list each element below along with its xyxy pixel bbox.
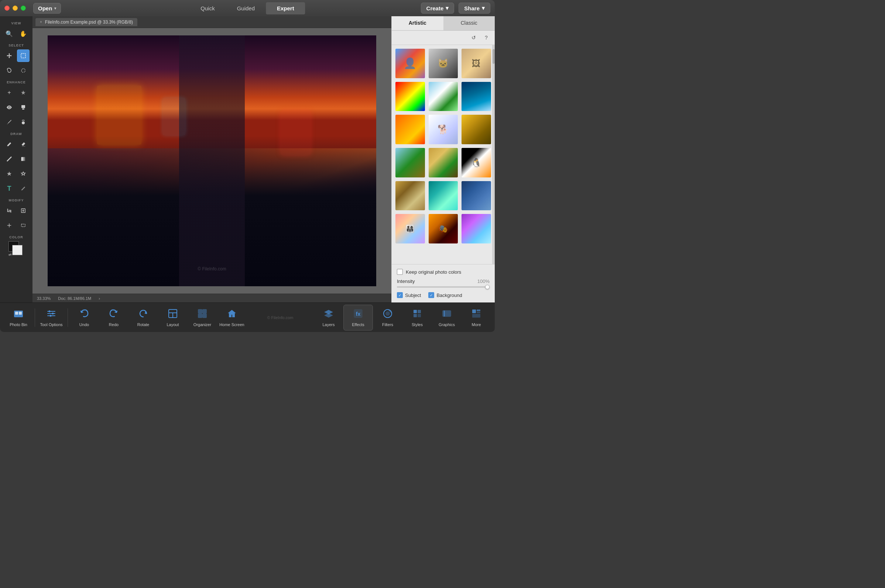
organizer-tool[interactable]: Organizer xyxy=(188,305,217,330)
move-tool[interactable] xyxy=(3,50,15,62)
right-panel: Artistic Classic ↺ ? 👤 🐱 xyxy=(391,16,495,303)
zoom-tool[interactable]: 🔍 xyxy=(3,27,15,40)
share-button[interactable]: Share ▾ xyxy=(459,3,490,14)
filter-thumb[interactable] xyxy=(395,114,426,145)
filters-tool[interactable]: Filters xyxy=(373,305,402,330)
create-label: Create xyxy=(426,5,444,11)
svg-rect-34 xyxy=(477,309,480,311)
close-button[interactable] xyxy=(5,6,10,11)
home-screen-tool[interactable]: Home Screen xyxy=(217,305,247,330)
svg-rect-19 xyxy=(198,314,202,318)
layout-label: Layout xyxy=(167,322,179,327)
styles-tool[interactable]: Styles xyxy=(402,305,432,330)
quick-selection-tool[interactable] xyxy=(17,64,30,77)
more-tool[interactable]: More xyxy=(462,305,491,330)
type-tool[interactable]: T xyxy=(3,182,15,195)
background-checkbox[interactable]: ✓ xyxy=(428,292,434,298)
filter-thumb[interactable]: 🐕 xyxy=(428,114,459,145)
scrollbar-thumb[interactable] xyxy=(492,49,495,64)
brush-tool[interactable] xyxy=(3,116,15,128)
header-nav: Open ▾ Quick Guided Expert Create ▾ Shar… xyxy=(26,3,490,14)
filter-thumb[interactable] xyxy=(395,147,426,178)
eye-tool[interactable] xyxy=(3,101,15,114)
custom-shape-tool[interactable] xyxy=(3,168,15,180)
gradient-tool[interactable] xyxy=(17,153,30,165)
filter-thumb[interactable] xyxy=(428,180,459,212)
filter-thumb[interactable]: 🖼 xyxy=(461,48,492,79)
subject-checkbox[interactable]: ✓ xyxy=(397,292,403,298)
stamp-tool[interactable] xyxy=(17,101,30,114)
shape-tool[interactable] xyxy=(17,168,30,180)
smudge-tool[interactable] xyxy=(3,153,15,165)
layers-tool[interactable]: Layers xyxy=(314,305,343,330)
crop-tool[interactable] xyxy=(3,204,15,217)
filter-thumb[interactable]: 🐧 xyxy=(461,147,492,178)
tab-expert[interactable]: Expert xyxy=(266,2,306,14)
layout-tool[interactable]: Layout xyxy=(158,305,188,330)
undo-tool[interactable]: Undo xyxy=(69,305,99,330)
subject-item: ✓ Subject xyxy=(397,292,421,298)
document-tab[interactable]: × FileInfo.com Example.psd @ 33.3% (RGB/… xyxy=(35,18,137,26)
filter-thumb[interactable] xyxy=(395,180,426,212)
svg-point-11 xyxy=(49,310,51,312)
marquee-tool[interactable] xyxy=(17,50,30,62)
healing-tool[interactable] xyxy=(17,86,30,99)
panel-scrollbar[interactable] xyxy=(492,45,495,264)
intensity-slider[interactable] xyxy=(397,286,489,288)
type-edit-tool[interactable] xyxy=(17,182,30,195)
refresh-button[interactable]: ↺ xyxy=(469,33,479,42)
lasso-tool[interactable] xyxy=(3,64,15,77)
create-button[interactable]: Create ▾ xyxy=(421,3,455,14)
graphics-tool[interactable]: Graphics xyxy=(432,305,462,330)
tab-quick[interactable]: Quick xyxy=(190,2,226,14)
scroll-arrow[interactable]: › xyxy=(99,296,100,301)
tab-classic[interactable]: Classic xyxy=(443,16,495,30)
slider-thumb[interactable] xyxy=(485,285,489,289)
zoom-enhance-tool[interactable]: + xyxy=(3,86,15,99)
close-tab-button[interactable]: × xyxy=(40,20,42,24)
rotate-tool[interactable]: Rotate xyxy=(128,305,158,330)
filter-thumb[interactable]: 👨‍👩‍👧 xyxy=(395,213,426,244)
redo-tool[interactable]: Redo xyxy=(99,305,128,330)
filter-thumb[interactable]: 🎭 xyxy=(428,213,459,244)
content-aware-tool[interactable] xyxy=(3,219,15,232)
filter-thumb[interactable] xyxy=(428,81,459,112)
organizer-label: Organizer xyxy=(193,322,211,327)
color-picker[interactable]: ⇄ xyxy=(9,241,24,257)
toolbar-row xyxy=(2,100,31,114)
tab-guided[interactable]: Guided xyxy=(226,2,266,14)
tab-artistic[interactable]: Artistic xyxy=(392,16,443,30)
eraser-tool[interactable] xyxy=(17,138,30,150)
svg-point-12 xyxy=(52,312,54,314)
filter-thumb[interactable] xyxy=(461,180,492,212)
photo-bin-tool[interactable]: Photo Bin xyxy=(4,305,33,330)
filter-thumb[interactable]: 👤 xyxy=(395,48,426,79)
filter-thumb[interactable] xyxy=(428,147,459,178)
canvas-status-bar: 33.33% Doc: 86.1M/86.1M › xyxy=(33,294,391,303)
svg-rect-17 xyxy=(198,309,202,313)
hand-tool[interactable]: ✋ xyxy=(17,27,30,40)
tool-options-tool[interactable]: Tool Options xyxy=(36,305,66,330)
filter-thumb[interactable] xyxy=(395,81,426,112)
section-label-view: VIEW xyxy=(0,19,33,26)
maximize-button[interactable] xyxy=(21,6,26,11)
open-button[interactable]: Open ▾ xyxy=(33,3,61,14)
effects-tool[interactable]: fx Effects xyxy=(343,305,373,330)
blur-tool[interactable] xyxy=(17,116,30,128)
minimize-button[interactable] xyxy=(12,6,18,11)
pencil-draw-tool[interactable] xyxy=(3,138,15,150)
layers-label: Layers xyxy=(322,322,334,327)
intensity-row: Intensity 100% xyxy=(397,279,489,284)
filters-label: Filters xyxy=(382,322,393,327)
document-tab-title: FileInfo.com Example.psd @ 33.3% (RGB/8) xyxy=(45,20,133,25)
filter-thumb[interactable]: 🐱 xyxy=(428,48,459,79)
filter-thumb[interactable] xyxy=(461,114,492,145)
help-button[interactable]: ? xyxy=(482,33,491,42)
filter-thumb[interactable] xyxy=(461,213,492,244)
straighten-tool[interactable] xyxy=(17,219,30,232)
keep-colors-checkbox[interactable] xyxy=(397,269,403,275)
recompose-tool[interactable] xyxy=(17,204,30,217)
filter-thumb[interactable] xyxy=(461,81,492,112)
home-screen-icon xyxy=(227,308,237,321)
canvas-viewport[interactable]: © FileInfo.com xyxy=(33,28,391,294)
